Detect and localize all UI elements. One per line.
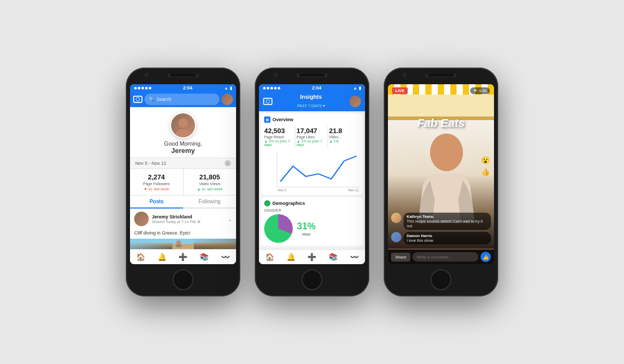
insights-title-text: Insights (272, 94, 349, 100)
signal-dots-2 (263, 87, 280, 89)
metric-reach: 42,503 Page Reach ▲ 3% vs prev 7 days (264, 126, 295, 148)
nav-home-2[interactable]: 🏠 (259, 252, 280, 262)
live-viewers: 👁 4.5k (470, 87, 490, 94)
share-button[interactable]: Share (391, 253, 410, 262)
nav-home[interactable]: 🏠 (130, 252, 151, 262)
fb-header: 🔍 Search (130, 92, 236, 107)
insights-header: Insights PAST 7 DAYS ▾ (259, 92, 365, 111)
nav-notifications[interactable]: 🔔 (151, 252, 173, 262)
phone-camera-2 (274, 73, 278, 77)
live-header: LIVE 👁 4.5k (388, 84, 494, 97)
tab-following[interactable]: Following (183, 196, 236, 207)
nav-add-2[interactable]: ➕ (302, 252, 323, 262)
nav-add[interactable]: ➕ (173, 252, 194, 262)
live-comments: Kathryn Teanu This recipe sounds delish!… (388, 211, 494, 249)
wifi-icon-2: ▲ (353, 86, 357, 90)
camera-icon[interactable] (133, 96, 142, 103)
insights-subtitle: PAST 7 DAYS ▾ (297, 103, 324, 108)
comment-avatar-1 (391, 213, 401, 223)
bookmark-icon-2: 📚 (329, 253, 337, 261)
chart-area (277, 151, 360, 187)
gender-label: GENDER (264, 209, 360, 212)
user-avatar-small-2[interactable] (349, 96, 361, 107)
stats-row: 2,274 Page Followers ▼ vs. last week 21,… (130, 169, 236, 196)
bell-icon: 🔔 (158, 253, 166, 261)
bell-icon-2: 🔔 (287, 253, 295, 261)
live-brand: Fab Eats (388, 116, 494, 130)
nav-stats[interactable]: 〰️ (215, 252, 236, 262)
status-bar-1: 2:04 ▲ ▮ (130, 84, 236, 92)
nav-bookmarks[interactable]: 📚 (193, 252, 215, 262)
video-views-value: 21,805 (188, 173, 232, 181)
comment-input[interactable] (412, 252, 478, 262)
phone-home-button-3[interactable] (431, 269, 451, 290)
video-change: ▲ 1% (329, 139, 360, 143)
comment-name-2: Damon Harris (407, 233, 488, 238)
post-preview: Jeremy Strickland Shared Today at 7:14 P… (130, 209, 236, 249)
svg-point-8 (430, 134, 462, 172)
nav-stats-2[interactable]: 〰️ (344, 252, 365, 262)
demographics-title: Demographics (264, 200, 360, 206)
likes-value: 17,047 (296, 127, 327, 135)
svg-point-5 (176, 244, 182, 248)
male-percent: 31% (297, 221, 316, 232)
phone-home-button-1[interactable] (173, 269, 193, 290)
insights-title: Insights PAST 7 DAYS ▾ (272, 94, 349, 109)
post-author: Jeremy Strickland (152, 214, 225, 219)
video-label: Video... (329, 135, 360, 139)
stat-followers: 2,274 Page Followers ▼ vs. last week (130, 169, 184, 195)
post-image (130, 239, 236, 249)
camera-icon-2[interactable] (263, 98, 272, 105)
video-views-label: Video Views (188, 181, 232, 186)
reaction-like: 👍 (481, 167, 490, 176)
plus-icon: ➕ (178, 253, 187, 261)
demo-icon (264, 200, 270, 206)
date-range-bar: Nov 5 - Nov 11 i (130, 158, 236, 169)
demographics-card: Demographics GENDER 31% Male (261, 197, 363, 246)
search-bar[interactable]: 🔍 Search (145, 94, 219, 105)
stats-icon: 〰️ (221, 253, 230, 261)
reach-label: Page Reach (264, 135, 295, 139)
pie-chart (264, 214, 293, 243)
comment-avatar-2 (391, 232, 401, 242)
tab-posts[interactable]: Posts (130, 196, 183, 209)
status-time-2: 2:04 (312, 85, 321, 90)
metric-likes: 17,047 Page Likes ▲ 1% vs prev 7 days (296, 126, 328, 148)
svg-text:⊞: ⊞ (266, 118, 269, 122)
battery-icon-2: ▮ (359, 86, 361, 90)
status-icons-1: ▲ ▮ (224, 86, 232, 90)
bottom-nav-2: 🏠 🔔 ➕ 📚 〰️ (259, 249, 365, 264)
metrics-row: 42,503 Page Reach ▲ 3% vs prev 7 days 17… (264, 126, 360, 148)
bottom-nav-1: 🏠 🔔 ➕ 📚 〰️ (130, 249, 236, 264)
user-avatar-small[interactable] (222, 94, 233, 105)
phone-home-button-2[interactable] (302, 269, 322, 290)
followers-label: Page Followers (134, 181, 179, 186)
post-meta: Jeremy Strickland Shared Today at 7:14 P… (152, 214, 225, 224)
phone-camera-3 (402, 73, 407, 77)
chevron-down-icon[interactable]: ⌄ (228, 216, 232, 222)
status-bar-2: 2:04 ▲ ▮ (259, 84, 365, 92)
reach-value: 42,503 (264, 127, 295, 135)
home-icon-2: 🏠 (265, 253, 274, 261)
post-time: Shared Today at 7:14 PM ⊕ (152, 219, 225, 224)
post-tabs: Posts Following (130, 196, 236, 209)
info-icon[interactable]: i (225, 160, 231, 166)
male-label: Male (297, 232, 316, 237)
nav-notif-2[interactable]: 🔔 (280, 252, 302, 262)
live-screen: LIVE 👁 4.5k Fab Eats 😮 👍 Kath (388, 84, 494, 264)
post-header: Jeremy Strickland Shared Today at 7:14 P… (130, 209, 236, 229)
metric-video: 21.8 Video... ▲ 1% (329, 126, 360, 148)
svg-rect-3 (173, 244, 194, 249)
video-value: 21.8 (329, 127, 360, 135)
floating-reactions: 😮 👍 (481, 156, 490, 176)
post-avatar (134, 212, 149, 226)
phone-2-screen: 2:04 ▲ ▮ Insights PAST 7 DAYS ▾ (259, 84, 365, 264)
nav-book-2[interactable]: 📚 (322, 252, 344, 262)
like-button[interactable]: 👍 (480, 252, 491, 262)
live-input-bar: Share 👍 (388, 250, 494, 264)
likes-label: Page Likes (296, 135, 327, 139)
pie-row: 31% Male (264, 214, 360, 243)
live-badge: LIVE (392, 87, 408, 94)
comment-name-1: Kathryn Teanu (407, 214, 488, 219)
comment-text-1: This recipe sounds delish! Can't wait to… (407, 219, 488, 228)
